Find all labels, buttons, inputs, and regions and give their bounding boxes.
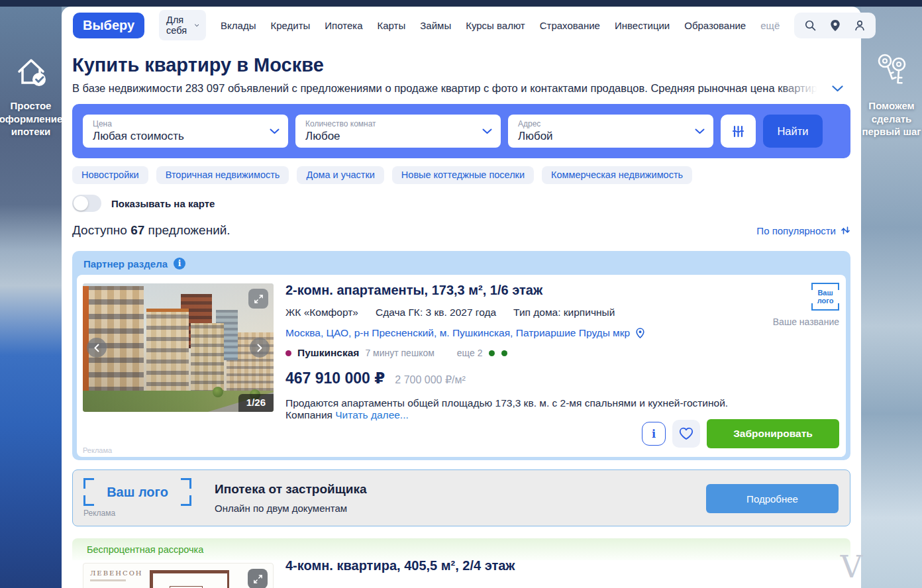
listing-meta: ЖК «Комфорт» Сдача ГК: 3 кв. 2027 года Т… (285, 307, 776, 318)
address-label: Адрес (518, 119, 690, 128)
partner-logo-placeholder[interactable]: Ваш лого (811, 283, 839, 311)
price-value: Любая стоимость (93, 130, 264, 143)
nav-item-credits[interactable]: Кредиты (270, 20, 310, 31)
nav-item-cards[interactable]: Карты (378, 20, 406, 31)
banner-title: Ипотека от застройщика (215, 482, 367, 497)
second-listing-title: 4-комн. квартира, 405,5 м², 2/4 этаж (285, 558, 515, 573)
chip-cottage-villages[interactable]: Новые коттеджные поселки (392, 166, 534, 184)
metro-row: Пушкинская 7 минут пешком еще 2 (285, 347, 776, 359)
left-side-ad[interactable]: Простое оформление ипотеки (0, 54, 62, 138)
mortgage-banner[interactable]: Ваш лого Реклама Ипотека от застройщика … (72, 469, 850, 526)
chip-commercial[interactable]: Коммерческая недвижимость (542, 166, 692, 184)
listing-price: 467 910 000 ₽ (285, 369, 385, 387)
rooms-value: Любое (305, 130, 477, 143)
metro-more[interactable]: еще 2 (457, 348, 483, 358)
photo-next-button[interactable] (250, 338, 270, 358)
rooms-label: Количество комнат (305, 119, 477, 128)
price-dropdown[interactable]: Цена Любая стоимость (83, 115, 288, 148)
floorplan-expand-button[interactable] (248, 569, 268, 588)
results-suffix: предложений. (144, 223, 230, 237)
subtitle-expand-chevron-icon[interactable] (832, 85, 843, 92)
nav-item-more[interactable]: ещё (760, 20, 780, 31)
geo-pin-icon[interactable] (830, 19, 841, 32)
photo-prev-button[interactable] (87, 338, 107, 358)
photo-tint (83, 283, 274, 412)
results-count: 67 (130, 223, 144, 237)
page-title: Купить квартиру в Москве (72, 54, 850, 76)
chevron-down-icon (270, 128, 280, 134)
right-side-ad-text: Поможем сделать первый шаг (861, 99, 922, 138)
banner-logo-placeholder: Ваш лого (83, 478, 191, 506)
listing-actions: i Забронировать (642, 419, 839, 448)
listing-body: 2-комн. апартаменты, 173,3 м², 1/6 этаж … (285, 283, 776, 421)
listing-completion: Сдача ГК: 3 кв. 2027 года (376, 307, 496, 318)
chip-houses[interactable]: Дома и участки (297, 166, 384, 184)
partner-logo-text: Ваш лого (815, 289, 835, 305)
heart-icon (679, 427, 693, 440)
results-count-text: Доступно 67 предложений. (72, 223, 230, 238)
promo-badge: Беспроцентная рассрочка (87, 544, 203, 555)
partner-section: Партнер раздела i (72, 251, 850, 460)
address-dropdown[interactable]: Адрес Любой (508, 115, 713, 148)
chevron-down-icon (195, 23, 199, 28)
expand-icon (254, 294, 264, 304)
listing-house-type: Тип дома: кирпичный (513, 307, 615, 318)
results-row: Доступно 67 предложений. По популярности (72, 223, 850, 238)
nav-icons-group (794, 13, 876, 38)
listing-complex: ЖК «Комфорт» (285, 307, 358, 318)
bracket-corner (83, 495, 94, 506)
advanced-filters-button[interactable] (721, 115, 756, 148)
floorplan-image[interactable]: ЛЕВЕНСОН (83, 563, 274, 588)
chip-secondary[interactable]: Вторичная недвижимость (156, 166, 289, 184)
for-self-dropdown[interactable]: Для себя (159, 10, 206, 40)
banner-logo-text: Ваш лого (107, 485, 168, 500)
listing-address-link[interactable]: Москва, ЦАО, р-н Пресненский, м. Пушкинс… (285, 327, 776, 339)
listing-photo[interactable]: 1/26 (83, 283, 274, 412)
partner-header: Партнер раздела i (77, 255, 846, 275)
second-listing-card: Беспроцентная рассрочка ЛЕВЕНСОН 4-комн.… (72, 538, 850, 588)
for-self-label: Для себя (166, 15, 190, 36)
sort-control[interactable]: По популярности (756, 225, 850, 236)
nav-item-investments[interactable]: Инвестиции (615, 20, 670, 31)
nav-item-insurance[interactable]: Страхование (540, 20, 600, 31)
background-top-band (0, 0, 922, 7)
bracket-corner (181, 495, 191, 506)
map-toggle[interactable] (72, 195, 101, 212)
partner-info-icon[interactable]: i (174, 258, 185, 270)
top-navigation: Выберу Для себя Вклады Кредиты Ипотека К… (72, 7, 850, 44)
expand-icon (253, 574, 263, 584)
search-submit-button[interactable]: Найти (763, 115, 823, 148)
read-more-link[interactable]: Читать далее... (335, 409, 409, 420)
metro-name: Пушкинская (297, 347, 359, 359)
left-side-ad-text: Простое оформление ипотеки (0, 99, 62, 138)
profile-icon[interactable] (854, 19, 866, 32)
listing-description: Продаются апартаменты общей площадью 173… (285, 397, 776, 421)
subtitle-row: В базе недвижимости 283 097 объявлений с… (72, 82, 850, 95)
info-button[interactable]: i (642, 422, 666, 446)
price-row: 467 910 000 ₽ 2 700 000 ₽/м² (285, 369, 776, 387)
nav-item-education[interactable]: Образование (684, 20, 746, 31)
nav-item-currency[interactable]: Курсы валют (466, 20, 525, 31)
chip-new-buildings[interactable]: Новостройки (72, 166, 148, 184)
search-icon[interactable] (804, 19, 817, 32)
rooms-dropdown[interactable]: Количество комнат Любое (295, 115, 501, 148)
sort-arrows-icon (841, 225, 850, 236)
metro-walk-time: 7 минут пешком (365, 348, 434, 358)
right-side-ad[interactable]: Поможем сделать первый шаг (861, 52, 922, 138)
listing-card: 1/26 2-комн. апартаменты, 173,3 м², 1/6 … (77, 275, 846, 457)
banner-subtitle: Онлайн по двум документам (215, 503, 367, 514)
nav-item-deposits[interactable]: Вклады (221, 20, 256, 31)
developer-logo: V (841, 549, 862, 585)
category-chips: Новостройки Вторичная недвижимость Дома … (72, 166, 850, 184)
site-logo[interactable]: Выберу (73, 13, 144, 38)
listing-address-text: Москва, ЦАО, р-н Пресненский, м. Пушкинс… (285, 327, 630, 339)
banner-details-button[interactable]: Подробнее (706, 484, 839, 513)
nav-item-loans[interactable]: Займы (420, 20, 451, 31)
favorite-button[interactable] (672, 420, 700, 448)
floorplan-walls (150, 570, 229, 588)
metro-line-dot-green (489, 350, 495, 356)
nav-item-mortgage[interactable]: Ипотека (325, 20, 362, 31)
address-value: Любой (518, 130, 690, 143)
photo-expand-button[interactable] (248, 289, 268, 309)
book-button[interactable]: Забронировать (707, 419, 839, 448)
